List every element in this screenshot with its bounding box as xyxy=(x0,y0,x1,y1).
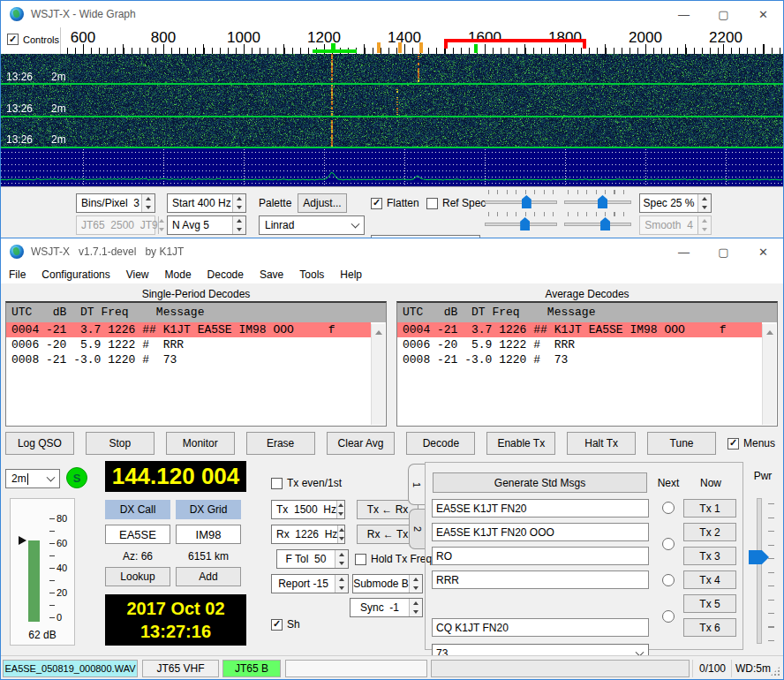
ref-spec-checkbox[interactable]: Ref Spec xyxy=(426,197,486,209)
log-qso-button[interactable]: Log QSO xyxy=(5,432,74,455)
submode-spinbox[interactable]: Submode B xyxy=(352,574,423,593)
minimize-icon[interactable]: — xyxy=(664,1,704,27)
dx-grid-label[interactable]: DX Grid xyxy=(176,500,241,519)
tx6-message-field[interactable]: CQ K1JT FN20 xyxy=(432,618,649,637)
tx2-next-radio[interactable] xyxy=(662,538,675,550)
flatten-checkbox[interactable]: Flatten xyxy=(371,197,419,209)
spectrum-plot[interactable] xyxy=(1,148,783,186)
start-freq-spinbox[interactable]: Start 400 Hz xyxy=(167,193,246,213)
tx4-now-button[interactable]: Tx 4 xyxy=(683,570,736,589)
lookup-button[interactable]: Lookup xyxy=(105,567,170,586)
add-button[interactable]: Add xyxy=(176,567,241,586)
bins-pixel-spinbox[interactable]: Bins/Pixel 3 xyxy=(76,193,155,213)
tx6-now-button[interactable]: Tx 6 xyxy=(683,618,736,637)
menus-checkbox[interactable]: Menus xyxy=(727,437,779,450)
sync-spin-buttons[interactable] xyxy=(409,599,422,616)
dx-call-field[interactable]: EA5SE xyxy=(105,525,170,544)
slider-handle[interactable] xyxy=(598,195,607,208)
bins-pixel-spin-buttons[interactable] xyxy=(141,194,155,212)
scrollbar[interactable] xyxy=(762,324,776,425)
minimize-icon[interactable]: — xyxy=(664,238,704,265)
zero-slider-1[interactable] xyxy=(564,190,631,208)
stop-button[interactable]: Stop xyxy=(86,432,155,455)
rx-freq-spinbox[interactable]: Rx 1226 Hz xyxy=(271,525,345,544)
n-avg-spin-buttons[interactable] xyxy=(232,216,245,234)
dx-grid-field[interactable]: IM98 xyxy=(176,525,241,544)
tx1-next-radio[interactable] xyxy=(662,502,675,514)
adjust-button[interactable]: Adjust... xyxy=(298,193,347,213)
slider-handle[interactable] xyxy=(520,217,530,230)
tx5-now-button[interactable]: Tx 5 xyxy=(683,594,736,613)
sync-status-indicator[interactable]: S xyxy=(66,467,87,488)
decode-row[interactable]: 0006 -20 5.9 1222 # RRR xyxy=(6,337,371,352)
decode-row[interactable]: 0004 -21 3.7 1226 ## K1JT EA5SE IM98 OOO… xyxy=(6,322,371,337)
spec-spin-buttons[interactable] xyxy=(697,194,711,212)
halt-tx-button[interactable]: Halt Tx xyxy=(567,432,636,455)
tx4-next-radio[interactable] xyxy=(662,610,675,623)
band-combobox[interactable]: 2m xyxy=(5,469,60,488)
sync-spinbox[interactable]: Sync -1 xyxy=(350,598,423,617)
tx2-now-button[interactable]: Tx 2 xyxy=(683,523,736,541)
spec-percent-spinbox[interactable]: Spec 25 % xyxy=(639,193,712,213)
rx-freq-spin-buttons[interactable] xyxy=(337,525,344,543)
maximize-icon[interactable]: ▢ xyxy=(704,238,743,265)
erase-button[interactable]: Erase xyxy=(246,432,315,455)
menu-tools[interactable]: Tools xyxy=(291,268,332,281)
f-tol-spinbox[interactable]: F Tol 50 xyxy=(276,549,349,569)
tx-even-checkbox[interactable]: Tx even/1st xyxy=(271,477,342,489)
tx3-next-radio[interactable] xyxy=(662,574,675,586)
slider-handle[interactable] xyxy=(522,195,531,208)
menu-mode[interactable]: Mode xyxy=(157,268,200,281)
n-avg-spinbox[interactable]: N Avg 5 xyxy=(167,215,246,235)
menu-save[interactable]: Save xyxy=(252,268,291,281)
tx1-message-field[interactable]: EA5SE K1JT FN20 xyxy=(432,499,649,518)
decode-row[interactable]: 0006 -20 5.9 1222 # RRR xyxy=(397,337,762,352)
decode-button[interactable]: Decode xyxy=(406,432,475,455)
tx-freq-spinbox[interactable]: Tx 1500 Hz xyxy=(271,500,345,519)
tab-tx-messages-1[interactable]: 1 xyxy=(408,464,426,505)
f-tol-spin-buttons[interactable] xyxy=(335,550,348,568)
tx3-message-field[interactable]: RO xyxy=(432,547,649,565)
hold-tx-freq-checkbox[interactable]: Hold Tx Freq xyxy=(355,553,432,565)
tune-button[interactable]: Tune xyxy=(647,432,716,455)
palette-combobox[interactable]: Linrad xyxy=(259,215,365,235)
tx3-now-button[interactable]: Tx 3 xyxy=(683,547,736,565)
maximize-icon[interactable]: ▢ xyxy=(704,1,743,27)
monitor-button[interactable]: Monitor xyxy=(166,432,235,455)
generate-std-msgs-button[interactable]: Generate Std Msgs xyxy=(433,472,647,493)
gain-slider-2[interactable] xyxy=(485,212,557,230)
scroll-up-icon[interactable] xyxy=(766,330,773,335)
tx4-message-field[interactable]: RRR xyxy=(432,570,649,589)
enable-tx-button[interactable]: Enable Tx xyxy=(486,432,555,455)
menu-view[interactable]: View xyxy=(118,268,157,281)
controls-checkbox[interactable]: Controls xyxy=(7,34,59,45)
gain-slider-1[interactable] xyxy=(485,190,557,208)
close-icon[interactable]: ✕ xyxy=(743,238,783,265)
dx-call-label[interactable]: DX Call xyxy=(105,500,170,519)
tx-freq-spin-buttons[interactable] xyxy=(336,501,344,518)
clear-avg-button[interactable]: Clear Avg xyxy=(327,432,396,455)
waterfall-canvas[interactable] xyxy=(1,54,783,148)
tx1-now-button[interactable]: Tx 1 xyxy=(683,499,736,518)
menu-decode[interactable]: Decode xyxy=(200,268,252,281)
menu-help[interactable]: Help xyxy=(332,268,370,281)
report-spinbox[interactable]: Report -15 xyxy=(271,574,349,593)
report-spin-buttons[interactable] xyxy=(335,575,348,593)
close-icon[interactable]: ✕ xyxy=(743,1,783,27)
sh-checkbox[interactable]: Sh xyxy=(271,618,300,631)
decode-row[interactable]: 0004 -21 3.7 1226 ## K1JT EA5SE IM98 OOO… xyxy=(397,322,762,337)
menu-configurations[interactable]: Configurations xyxy=(34,268,117,281)
pwr-slider-track[interactable] xyxy=(757,498,762,644)
decode-row[interactable]: 0008 -21 -3.0 1220 # 73 xyxy=(6,352,371,367)
menu-file[interactable]: File xyxy=(1,268,34,281)
tab-tx-messages-2[interactable]: 2 xyxy=(409,509,426,549)
decode-row[interactable]: 0008 -21 -3.0 1220 # 73 xyxy=(397,352,762,367)
start-freq-spin-buttons[interactable] xyxy=(232,194,245,212)
submode-spin-buttons[interactable] xyxy=(409,575,422,593)
scrollbar[interactable] xyxy=(371,324,385,425)
slider-handle[interactable] xyxy=(600,217,610,230)
scroll-up-icon[interactable] xyxy=(375,330,382,335)
frequency-scale[interactable]: Controls 600 800 1000 1200 1400 1600 180… xyxy=(1,27,783,54)
pwr-slider-handle[interactable] xyxy=(749,550,769,564)
zero-slider-2[interactable] xyxy=(564,212,631,230)
